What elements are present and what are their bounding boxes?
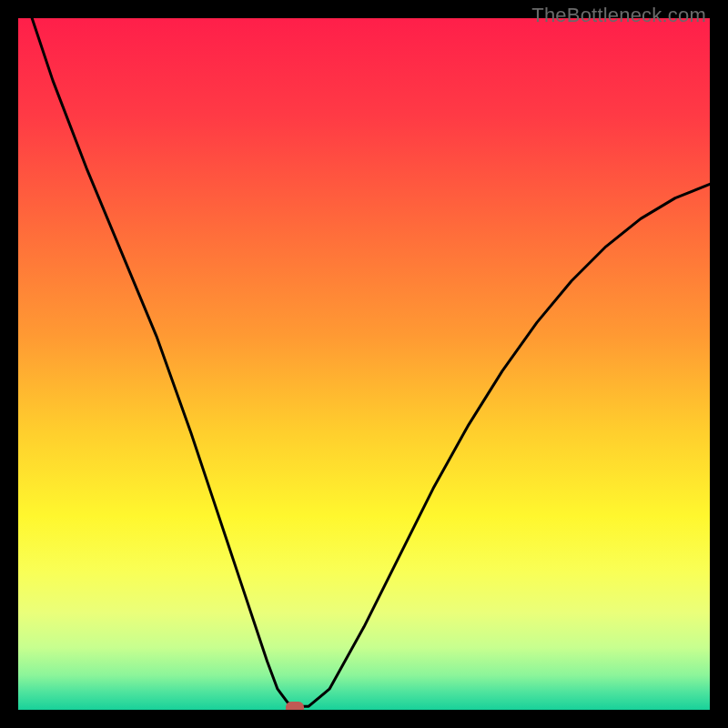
plot-area [18,18,710,710]
watermark-text: TheBottleneck.com [531,4,706,27]
chart-frame: TheBottleneck.com [0,0,728,728]
bottleneck-curve [18,18,710,710]
optimal-point-marker [286,702,304,710]
